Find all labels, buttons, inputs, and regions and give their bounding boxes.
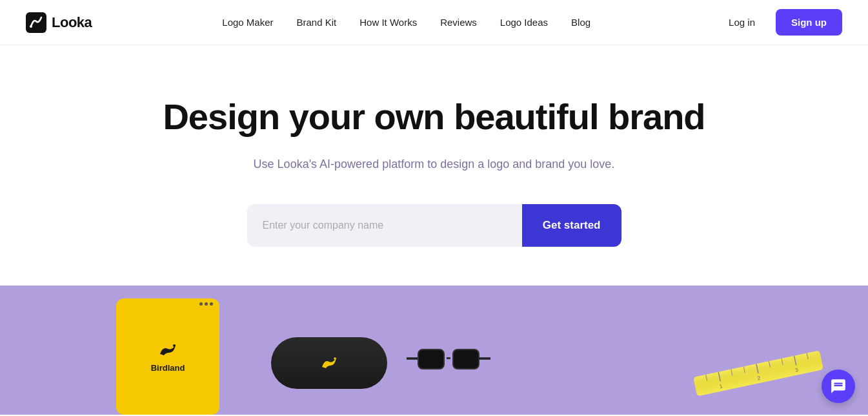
sunglasses-product <box>407 344 490 382</box>
company-name-form: Get started <box>247 204 621 247</box>
nav-logo-ideas[interactable]: Logo Ideas <box>500 17 548 28</box>
svg-rect-7 <box>453 349 479 369</box>
tablet-mockup: Birdland <box>116 298 219 415</box>
header-actions: Log in Sign up <box>721 9 842 36</box>
logo[interactable]: Looka <box>26 12 92 33</box>
tablet-brand-name: Birdland <box>151 363 185 373</box>
nav-brand-kit[interactable]: Brand Kit <box>297 17 337 28</box>
dot-2 <box>205 302 208 306</box>
svg-rect-5 <box>418 349 444 369</box>
tablet-status-dots <box>199 302 213 306</box>
svg-point-2 <box>173 344 176 347</box>
dot-3 <box>210 302 213 306</box>
hero-section: Design your own beautiful brand Use Look… <box>0 45 868 286</box>
nav-reviews[interactable]: Reviews <box>440 17 477 28</box>
purple-showcase-section: Birdland <box>0 286 868 415</box>
looka-logo-icon <box>26 12 46 33</box>
sunglasses-icon <box>407 344 490 380</box>
hero-title: Design your own beautiful brand <box>163 97 705 137</box>
svg-point-3 <box>334 358 336 360</box>
tablet-screen: Birdland <box>116 298 219 415</box>
chat-icon <box>830 378 847 395</box>
measuring-tape-product: 1 2 3 <box>687 348 829 402</box>
nav-blog[interactable]: Blog <box>571 17 590 28</box>
svg-point-1 <box>30 25 32 28</box>
chat-support-button[interactable] <box>822 369 855 403</box>
hero-subtitle: Use Looka's AI-powered platform to desig… <box>254 155 615 174</box>
dot-1 <box>199 302 203 306</box>
main-nav: Logo Maker Brand Kit How It Works Review… <box>222 17 590 28</box>
signup-button[interactable]: Sign up <box>776 9 842 36</box>
site-header: Looka Logo Maker Brand Kit How It Works … <box>0 0 868 45</box>
nav-logo-maker[interactable]: Logo Maker <box>222 17 273 28</box>
company-name-input[interactable] <box>247 204 522 247</box>
login-button[interactable]: Log in <box>721 12 763 33</box>
tape-icon: 1 2 3 <box>687 348 829 399</box>
logo-text: Looka <box>52 14 92 31</box>
cylinder-product <box>271 337 387 389</box>
svg-rect-6 <box>447 357 450 359</box>
svg-rect-0 <box>26 12 46 33</box>
cylinder-bird-icon <box>319 355 339 371</box>
get-started-button[interactable]: Get started <box>522 204 621 247</box>
nav-how-it-works[interactable]: How It Works <box>359 17 417 28</box>
bird-icon <box>156 341 179 359</box>
